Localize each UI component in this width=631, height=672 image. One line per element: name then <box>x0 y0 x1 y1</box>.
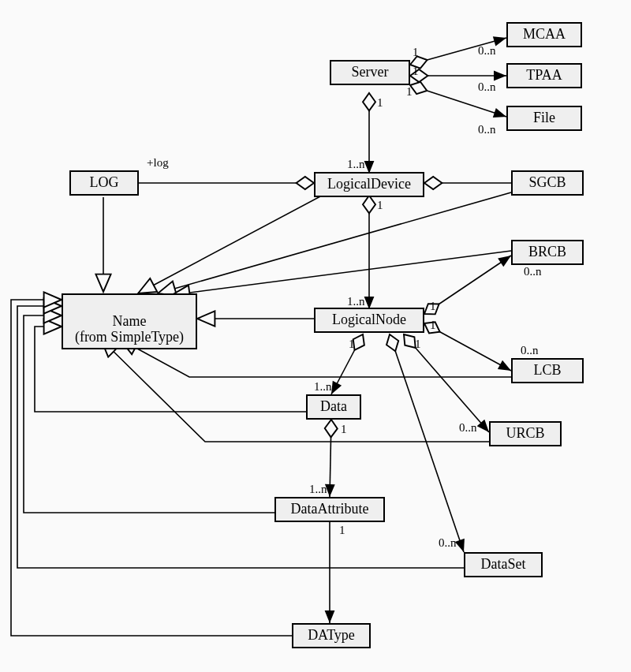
class-name: Name (from SimpleType) <box>62 293 197 349</box>
mult-one-n: 1..n <box>309 483 327 496</box>
class-label: LOG <box>90 174 119 190</box>
class-label: Server <box>352 64 389 80</box>
diagram-canvas: Server MCAA TPAA File LogicalDevice LOG … <box>0 0 631 672</box>
mult-zero-n: 0..n <box>439 536 457 550</box>
mult-one-n: 1..n <box>347 158 365 171</box>
class-mcaa: MCAA <box>506 22 582 47</box>
mult-one: 1 <box>377 199 383 212</box>
class-datype: DAType <box>292 623 371 648</box>
class-data: Data <box>306 394 361 420</box>
mult-one: 1 <box>430 319 436 332</box>
class-logical-device: LogicalDevice <box>314 172 424 197</box>
mult-one-n: 1..n <box>314 380 332 394</box>
class-label: URCB <box>506 425 544 441</box>
class-brcb: BRCB <box>511 240 584 265</box>
mult-zero-n: 0..n <box>478 123 496 136</box>
class-logical-node: LogicalNode <box>314 308 424 333</box>
mult-zero-n: 0..n <box>524 265 542 278</box>
role-plus-log: +log <box>147 156 169 170</box>
class-lcb: LCB <box>511 358 584 383</box>
class-label: SGCB <box>528 174 566 190</box>
mult-one: 1 <box>415 338 421 351</box>
mult-zero-n: 0..n <box>478 80 496 94</box>
class-label: MCAA <box>523 26 566 42</box>
class-label: LogicalNode <box>332 312 406 327</box>
mult-one: 1 <box>377 96 383 110</box>
class-label: BRCB <box>528 244 566 259</box>
class-log: LOG <box>69 170 139 196</box>
class-tpaa: TPAA <box>506 63 582 88</box>
mult-zero-n: 0..n <box>459 421 477 435</box>
mult-one: 1 <box>406 85 413 99</box>
class-data-attribute: DataAttribute <box>274 497 385 522</box>
class-sgcb: SGCB <box>511 170 584 196</box>
mult-one-n: 1..n <box>347 295 365 308</box>
class-file: File <box>506 106 582 131</box>
mult-one: 1 <box>341 423 347 436</box>
class-label: File <box>533 110 555 125</box>
class-urcb: URCB <box>489 421 562 446</box>
class-label: LCB <box>533 362 561 378</box>
mult-one: 1 <box>339 524 345 537</box>
class-dataset: DataSet <box>464 552 543 577</box>
class-label: Data <box>320 398 347 414</box>
mult-one: 1 <box>430 300 436 313</box>
class-label: TPAA <box>526 67 562 83</box>
class-server: Server <box>330 60 410 85</box>
mult-zero-n: 0..n <box>521 344 539 357</box>
class-label: Name (from SimpleType) <box>75 313 184 345</box>
class-label: DataAttribute <box>291 501 369 517</box>
mult-zero-n: 0..n <box>478 44 496 58</box>
mult-one: 1 <box>413 46 419 59</box>
mult-one: 1 <box>413 65 419 78</box>
class-label: LogicalDevice <box>327 176 411 192</box>
class-label: DAType <box>308 627 355 643</box>
mult-one: 1 <box>349 338 355 351</box>
class-label: DataSet <box>481 556 526 572</box>
